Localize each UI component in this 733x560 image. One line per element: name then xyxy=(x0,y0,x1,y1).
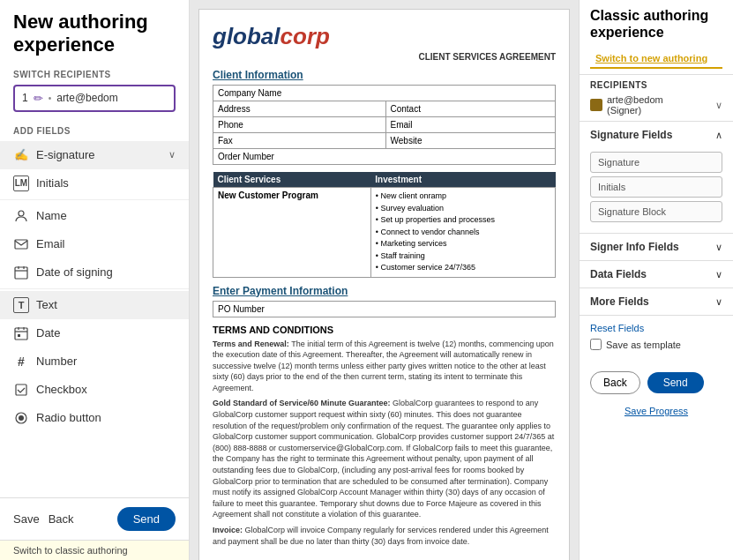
terms-invoice-bold: Invoice: xyxy=(213,526,243,534)
recipients-label: RECIPIENTS xyxy=(590,80,722,90)
signature-fields-chevron: ∧ xyxy=(715,130,722,141)
switch-recipients-section: SWITCH RECIPIENTS 1 ✏ • arte@bedom xyxy=(0,64,189,117)
email-label: Email xyxy=(36,237,176,250)
more-fields-header[interactable]: More Fields ∨ xyxy=(580,288,733,315)
number-label: Number xyxy=(36,355,176,368)
switch-new-authoring-button[interactable]: Switch to new authoring xyxy=(590,49,722,69)
right-header: Classic authoring experience xyxy=(580,0,733,44)
field-item-radio[interactable]: Radio button xyxy=(0,404,189,432)
save-template-checkbox[interactable] xyxy=(590,339,602,350)
bottom-actions: Reset Fields Save as template xyxy=(580,315,733,364)
save-progress-section: Save Progress xyxy=(580,401,733,424)
checkbox-label: Checkbox xyxy=(36,383,176,396)
phone-label: Phone xyxy=(213,117,386,133)
investment-header: Investment xyxy=(370,172,555,188)
new-authoring-title: New authoring experience xyxy=(13,11,176,57)
left-panel: New authoring experience SWITCH RECIPIEN… xyxy=(0,0,190,560)
data-fields-section: Data Fields ∨ xyxy=(580,260,733,287)
send-button[interactable]: Send xyxy=(117,507,176,531)
signature-field-item[interactable]: Signature xyxy=(590,152,722,173)
left-footer: Save Back Send xyxy=(0,497,189,540)
edit-icon: ✏ xyxy=(34,92,43,105)
esig-arrow: ∨ xyxy=(168,149,176,161)
reset-fields-link[interactable]: Reset Fields xyxy=(590,323,722,333)
text-label: Text xyxy=(36,298,176,311)
program-name: New Customer Program xyxy=(218,190,366,200)
switch-recipients-label: SWITCH RECIPIENTS xyxy=(13,70,176,79)
right-send-button[interactable]: Send xyxy=(647,372,704,393)
save-progress-link[interactable]: Save Progress xyxy=(625,406,688,416)
client-info-table: Company Name Address Contact Phone Email… xyxy=(213,85,556,165)
address-label: Address xyxy=(213,101,386,117)
recipient-row[interactable]: 1 ✏ • arte@bedom xyxy=(13,85,176,112)
client-services-header: Client Services xyxy=(213,172,371,188)
website-label: Website xyxy=(385,133,556,149)
esig-icon: ✍ xyxy=(13,147,29,163)
email-label: Email xyxy=(385,117,556,133)
add-fields-label: ADD FIELDS xyxy=(0,117,189,141)
order-number-label: Order Number xyxy=(213,149,556,165)
esig-label: E-signature xyxy=(36,148,161,161)
signature-fields-header[interactable]: Signature Fields ∧ xyxy=(580,122,733,148)
name-icon xyxy=(13,208,29,224)
po-table: PO Number xyxy=(213,301,556,317)
field-item-date[interactable]: Date xyxy=(0,319,189,347)
data-fields-header[interactable]: Data Fields ∨ xyxy=(580,261,733,287)
field-item-email[interactable]: Email xyxy=(0,230,189,258)
terms-paragraph-2: Gold Standard of Service/60 Minute Guara… xyxy=(213,398,556,520)
field-item-date-signing[interactable]: Date of signing xyxy=(0,258,189,287)
program-services: • New client onramp • Survey evaluation … xyxy=(370,188,555,278)
field-item-text[interactable]: T Text xyxy=(0,291,189,319)
data-fields-title: Data Fields xyxy=(590,268,647,280)
terms-title: TERMS AND CONDITIONS xyxy=(213,325,556,335)
field-item-checkbox[interactable]: Checkbox xyxy=(0,376,189,404)
field-item-initials[interactable]: LM Initials xyxy=(0,169,189,198)
terms-paragraph-3: Invoice: GlobalCorp will invoice Company… xyxy=(213,525,556,547)
more-fields-chevron: ∨ xyxy=(715,296,722,308)
svg-rect-2 xyxy=(15,267,27,279)
right-footer: Back Send xyxy=(580,364,733,401)
field-item-esig[interactable]: ✍ E-signature ∨ xyxy=(0,141,189,169)
save-button[interactable]: Save xyxy=(13,512,40,526)
terms-invoice-text: GlobalCorp will invoice Company regularl… xyxy=(213,526,549,546)
field-item-name[interactable]: Name xyxy=(0,202,189,230)
terms-paragraph-1: Terms and Renewal: The initial term of t… xyxy=(213,339,556,394)
field-item-number[interactable]: # Number xyxy=(0,347,189,376)
more-fields-section: More Fields ∨ xyxy=(580,287,733,315)
svg-point-0 xyxy=(19,211,24,216)
recipients-section: RECIPIENTS arte@bedom (Signer) ∨ xyxy=(580,74,733,121)
save-template-row: Save as template xyxy=(590,339,722,350)
signer-info-title: Signer Info Fields xyxy=(590,241,679,253)
number-icon: # xyxy=(13,354,29,370)
text-icon: T xyxy=(13,297,29,313)
initials-field-item[interactable]: Initials xyxy=(590,176,722,198)
email-icon xyxy=(13,236,29,252)
terms-gold-bold: Gold Standard of Service/60 Minute Guara… xyxy=(213,399,391,407)
client-info-title: Client Information xyxy=(213,69,556,81)
fax-label: Fax xyxy=(213,133,386,149)
document-panel: globalcorp CLIENT SERVICES AGREEMENT Cli… xyxy=(190,0,579,560)
doc-title: CLIENT SERVICES AGREEMENT xyxy=(213,52,556,62)
initials-label: Initials xyxy=(36,176,176,190)
classic-authoring-title: Classic authoring experience xyxy=(590,7,722,41)
sig-block-field-item[interactable]: Signature Block xyxy=(590,201,722,222)
recipient-color-indicator xyxy=(590,99,602,111)
back-button[interactable]: Back xyxy=(49,512,74,526)
svg-rect-3 xyxy=(15,328,27,340)
right-panel: Classic authoring experience Switch to n… xyxy=(579,0,733,560)
date-icon xyxy=(13,325,29,341)
doc-logo: global xyxy=(213,23,280,50)
payment-title: Enter Payment Information xyxy=(213,285,556,297)
svg-rect-1 xyxy=(15,240,27,249)
recipient-chevron-icon[interactable]: ∨ xyxy=(715,100,722,111)
switch-classic-banner[interactable]: Switch to classic authoring xyxy=(0,540,189,560)
right-back-button[interactable]: Back xyxy=(590,371,640,394)
radio-label: Radio button xyxy=(36,411,176,424)
signature-fields-title: Signature Fields xyxy=(590,129,672,141)
svg-rect-5 xyxy=(16,385,26,395)
date-signing-icon xyxy=(13,265,29,280)
recipient-number: 1 xyxy=(22,92,28,104)
po-number-label: PO Number xyxy=(213,301,556,317)
signer-info-header[interactable]: Signer Info Fields ∨ xyxy=(580,234,733,260)
svg-rect-4 xyxy=(18,334,20,337)
